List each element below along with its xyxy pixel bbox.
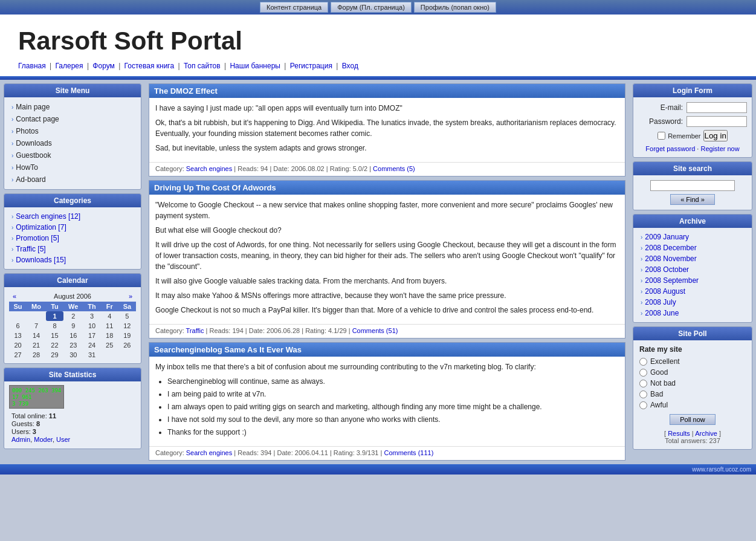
article-adwords-cat[interactable]: Traffic — [186, 327, 204, 334]
register-link[interactable]: Register now — [700, 145, 739, 152]
login-button[interactable]: Log in — [703, 130, 728, 141]
arrow-icon: › — [641, 288, 642, 295]
archive-2008-aug[interactable]: › 2008 August — [639, 286, 746, 297]
top-btn-3[interactable]: Профиль (попап окно) — [414, 2, 496, 13]
nav-guestbook[interactable]: Гостевая книга — [124, 62, 175, 70]
menu-contact-page[interactable]: › Contact page — [9, 113, 136, 125]
menu-howto[interactable]: › HowTo — [9, 161, 136, 173]
archive-2009-jan[interactable]: › 2009 January — [639, 232, 746, 242]
poll-radio-excellent[interactable] — [639, 358, 647, 366]
poll-option-excellent: Excellent — [639, 357, 746, 366]
poll-question: Rate my site — [639, 345, 746, 354]
site-search-header: Site search — [633, 162, 752, 175]
archive-2008-dec[interactable]: › 2008 December — [639, 242, 746, 253]
cat-traffic[interactable]: › Traffic [5] — [9, 244, 136, 254]
poll-radio-notbad[interactable] — [639, 380, 647, 387]
calendar-table: Su Mo Tu We Th Fr Sa 1 — [9, 302, 136, 360]
article-seb-link[interactable]: Searchengineblog Same As It Ever Was — [154, 345, 302, 354]
archive-2008-jun[interactable]: › 2008 June — [639, 308, 746, 319]
article-adwords-meta: Category: Traffic | Reads: 194 | Date: 2… — [149, 324, 625, 338]
menu-main-page[interactable]: › Main page — [9, 101, 136, 113]
nav-register[interactable]: Регистрация — [290, 62, 332, 70]
article-adwords-comments[interactable]: Comments (51) — [352, 327, 398, 334]
password-label: Password: — [649, 117, 683, 126]
nav-gallery[interactable]: Галерея — [56, 62, 83, 70]
email-label: E-mail: — [661, 103, 683, 112]
stats-header: Site Statistics — [4, 368, 141, 381]
header: Rarsoft Soft Portal Главная | Галерея | … — [0, 15, 756, 76]
list-item: I have not sold my soul to the devil, an… — [167, 414, 619, 425]
categories-header: Categories — [4, 194, 141, 207]
article-seb: Searchengineblog Same As It Ever Was My … — [149, 342, 625, 461]
arrow-icon: › — [641, 299, 642, 306]
search-form-content: « Find » — [633, 175, 752, 210]
article-dmoz-link[interactable]: The DMOZ Effect — [154, 86, 218, 96]
nav-forum[interactable]: Форум — [92, 62, 114, 70]
nav-login[interactable]: Вход — [342, 62, 358, 70]
arrow-icon: › — [11, 213, 13, 220]
article-seb-comments[interactable]: Comments (111) — [384, 449, 433, 456]
cal-th-sa: Sa — [118, 302, 136, 311]
top-btn-1[interactable]: Контент страница — [260, 2, 328, 13]
cat-search-engines[interactable]: › Search engines [12] — [9, 211, 136, 222]
article-adwords-body4: It will also give Google valuable sales … — [155, 276, 619, 287]
cat-downloads[interactable]: › Downloads [15] — [9, 254, 136, 265]
cal-th-mo: Mo — [27, 302, 46, 311]
cat-promotion[interactable]: › Promotion [5] — [9, 233, 136, 244]
arrow-icon: › — [11, 257, 13, 264]
center-content: The DMOZ Effect I have a saying I just m… — [145, 80, 629, 464]
nav-home[interactable]: Главная — [18, 62, 46, 70]
article-adwords: Driving Up The Cost Of Adwords "Welcome … — [149, 180, 625, 339]
poll-radio-bad[interactable] — [639, 390, 647, 398]
menu-downloads[interactable]: › Downloads — [9, 137, 136, 149]
find-button[interactable]: « Find » — [670, 194, 715, 205]
arrow-icon: › — [641, 277, 642, 284]
nav-banners[interactable]: Наши баннеры — [230, 62, 280, 70]
article-adwords-body1: "Welcome to Google Checkout -- a new ser… — [155, 199, 619, 221]
archive-2008-sep[interactable]: › 2008 September — [639, 275, 746, 286]
email-field[interactable] — [687, 102, 747, 113]
login-links: Forget password · Register now — [638, 145, 747, 152]
cat-optimization[interactable]: › Optimization [7] — [9, 222, 136, 233]
forget-password-link[interactable]: Forget password — [645, 145, 695, 152]
poll-archive-link[interactable]: Archive — [695, 430, 717, 437]
remember-row: Remember Log in — [638, 130, 747, 141]
search-input[interactable] — [650, 180, 735, 191]
article-adwords-body2: But what else will Google checkout do? — [155, 225, 619, 236]
cal-week-4: 20 21 22 23 24 25 26 — [9, 340, 136, 350]
arrow-icon: › — [11, 152, 13, 159]
site-title: Rarsoft Soft Portal — [18, 27, 738, 56]
poll-radio-good[interactable] — [639, 369, 647, 377]
top-btn-2[interactable]: Форум (Пл. страница) — [331, 2, 412, 13]
article-adwords-link[interactable]: Driving Up The Cost Of Adwords — [154, 183, 276, 192]
arrow-icon: › — [641, 234, 642, 241]
password-field[interactable] — [687, 116, 747, 127]
article-dmoz-body2: Ok, that's a bit rubbish, but it's happe… — [155, 117, 619, 139]
article-dmoz-cat[interactable]: Search engines — [186, 165, 232, 172]
menu-guestbook[interactable]: › Guestbook — [9, 149, 136, 161]
archive-2008-jul[interactable]: › 2008 July — [639, 297, 746, 308]
arrow-icon: › — [641, 245, 642, 251]
stats-counter: 000 245 263 394 17 961 3 739 — [9, 385, 136, 409]
poll-radio-awful[interactable] — [639, 401, 647, 409]
poll-now-button[interactable]: Poll now — [670, 414, 716, 425]
top-bar: Контент страница Форум (Пл. страница) Пр… — [0, 0, 756, 15]
nav-top-sites[interactable]: Топ сайтов — [184, 62, 221, 70]
poll-results-link[interactable]: Results — [668, 430, 690, 437]
calendar-next[interactable]: » — [129, 293, 132, 300]
poll-content: Rate my site Excellent Good Not bad Bad — [633, 340, 752, 449]
article-dmoz-comments[interactable]: Comments (5) — [373, 165, 415, 172]
cal-week-2: 6 7 8 9 10 11 12 — [9, 321, 136, 331]
archive-2008-nov[interactable]: › 2008 November — [639, 253, 746, 264]
arrow-icon: › — [641, 256, 642, 262]
article-seb-cat[interactable]: Search engines — [186, 449, 232, 456]
remember-checkbox[interactable] — [657, 132, 665, 140]
article-adwords-title-bar: Driving Up The Cost Of Adwords — [149, 181, 625, 195]
footer-url[interactable]: www.rarsoft.ucoz.com — [692, 466, 751, 473]
menu-ad-board[interactable]: › Ad-board — [9, 173, 136, 186]
archive-2008-oct[interactable]: › 2008 October — [639, 264, 746, 275]
calendar-prev[interactable]: « — [13, 293, 16, 300]
arrow-icon: › — [641, 310, 642, 317]
menu-photos[interactable]: › Photos — [9, 125, 136, 137]
list-item: I am being paid to write at v7n. — [167, 389, 619, 400]
